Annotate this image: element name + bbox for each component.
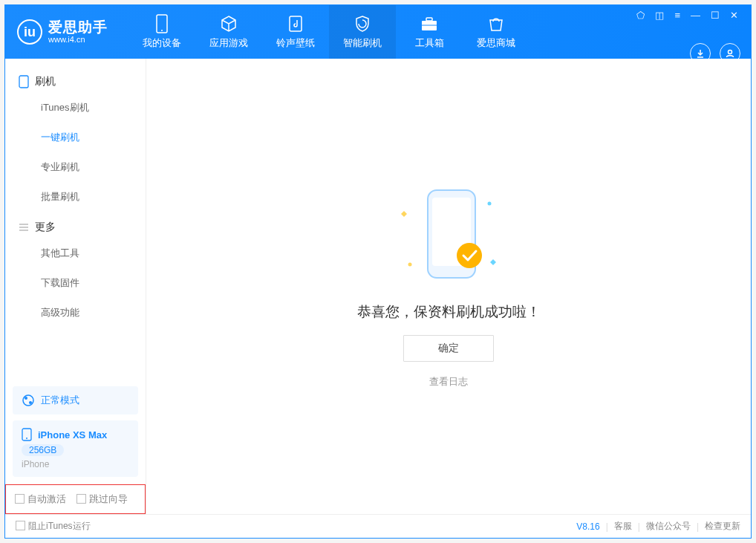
music-icon [286,14,305,33]
options-highlight-box: 自动激活 跳过向导 [5,484,146,514]
mode-card[interactable]: 正常模式 [13,386,138,414]
mode-icon [22,394,35,407]
shield-icon [353,14,372,33]
svg-point-22 [457,243,482,268]
svg-rect-4 [426,18,432,21]
checkbox-skip-guide[interactable]: 跳过向导 [76,492,128,506]
titlebar: iu 爱思助手 www.i4.cn 我的设备 应用游戏 铃声壁纸 智能刷机 工具… [5,5,751,59]
app-window: iu 爱思助手 www.i4.cn 我的设备 应用游戏 铃声壁纸 智能刷机 工具… [4,4,752,539]
logo[interactable]: iu 爱思助手 www.i4.cn [17,19,108,45]
device-type: iPhone [22,459,129,469]
view-log-link[interactable]: 查看日志 [429,375,468,388]
body: 刷机 iTunes刷机 一键刷机 专业刷机 批量刷机 更多 其他工具 下载固件 … [5,59,751,514]
close-button[interactable]: ✕ [728,10,740,21]
svg-marker-18 [490,259,496,265]
device-name: iPhone XS Max [38,429,107,440]
app-name: 爱思助手 [48,20,108,36]
success-title: 恭喜您，保资料刷机成功啦！ [357,302,541,322]
main-nav: 我的设备 应用游戏 铃声壁纸 智能刷机 工具箱 爱思商城 [128,5,529,59]
sidebar-item-pro-flash[interactable]: 专业刷机 [5,152,146,182]
device-card[interactable]: iPhone XS Max 256GB iPhone [13,420,138,477]
app-url: www.i4.cn [48,35,108,44]
menu-icon[interactable]: ≡ [672,10,682,21]
customer-service-link[interactable]: 客服 [614,520,632,533]
config-icon[interactable]: ⬠ [634,10,647,21]
skin-icon[interactable]: ◫ [653,10,666,21]
svg-point-13 [29,401,32,404]
svg-point-12 [25,397,27,400]
statusbar: 阻止iTunes运行 V8.16 | 客服 | 微信公众号 | 检查更新 [5,514,751,538]
sidebar-section-more: 更多 [5,212,146,238]
checkbox-block-itunes[interactable]: 阻止iTunes运行 [16,520,91,533]
sidebar-item-itunes-flash[interactable]: iTunes刷机 [5,93,146,123]
svg-point-17 [488,201,492,205]
svg-point-19 [408,262,412,266]
ok-button[interactable]: 确定 [403,335,494,362]
checkbox-auto-activate[interactable]: 自动激活 [15,492,66,506]
wechat-link[interactable]: 微信公众号 [646,520,691,533]
list-icon [19,222,29,233]
cube-icon [219,14,238,33]
svg-rect-7 [19,76,28,88]
logo-icon: iu [17,19,42,45]
svg-marker-16 [401,211,407,217]
nav-apps-games[interactable]: 应用游戏 [195,5,262,59]
nav-toolbox[interactable]: 工具箱 [396,5,463,59]
sidebar-section-flash: 刷机 [5,66,146,93]
svg-point-11 [23,395,33,406]
svg-point-15 [26,438,27,439]
success-illustration [411,185,486,289]
sidebar-item-advanced[interactable]: 高级功能 [5,298,146,328]
device-icon [152,14,172,33]
svg-point-6 [729,51,732,54]
phone-outline-icon [19,75,29,88]
maximize-button[interactable]: ☐ [708,10,722,21]
main-content: 恭喜您，保资料刷机成功啦！ 确定 查看日志 [146,59,751,514]
minimize-button[interactable]: — [688,10,703,21]
device-small-icon [22,428,32,441]
window-controls: ⬠ ◫ ≡ — ☐ ✕ [634,10,740,21]
store-icon [486,14,506,33]
svg-point-1 [161,30,163,31]
sidebar-item-download-firmware[interactable]: 下载固件 [5,268,146,298]
nav-smart-flash[interactable]: 智能刷机 [329,5,396,59]
toolbox-icon [420,14,439,33]
sidebar: 刷机 iTunes刷机 一键刷机 专业刷机 批量刷机 更多 其他工具 下载固件 … [5,59,146,514]
sidebar-item-other-tools[interactable]: 其他工具 [5,238,146,268]
device-storage: 256GB [22,444,64,456]
sidebar-item-oneclick-flash[interactable]: 一键刷机 [5,123,146,152]
nav-my-device[interactable]: 我的设备 [128,5,195,59]
check-update-link[interactable]: 检查更新 [705,520,740,533]
version-label: V8.16 [576,521,599,532]
nav-store[interactable]: 爱思商城 [463,5,529,59]
sidebar-item-batch-flash[interactable]: 批量刷机 [5,182,146,212]
nav-ringtone-wallpaper[interactable]: 铃声壁纸 [262,5,329,59]
